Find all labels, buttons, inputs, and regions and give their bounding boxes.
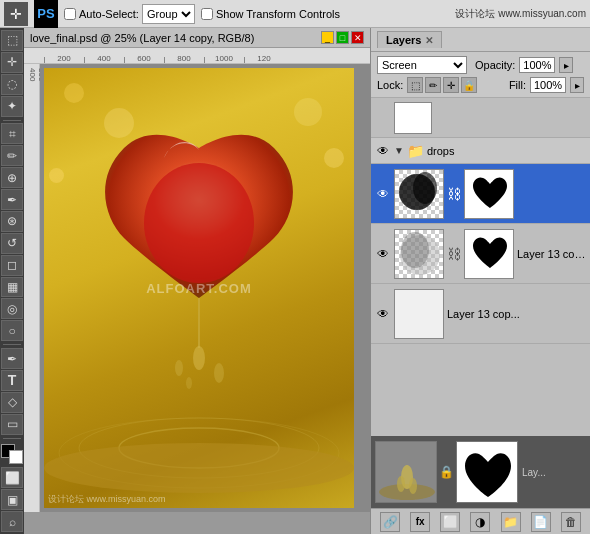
adjustment-button[interactable]: ◑ bbox=[470, 512, 490, 532]
brush-tool[interactable]: ✒ bbox=[1, 189, 23, 210]
tool-separator-3 bbox=[3, 438, 21, 439]
filmstrip-thumb-1[interactable] bbox=[375, 441, 437, 503]
screen-mode-tool[interactable]: ▣ bbox=[1, 489, 23, 510]
svg-point-20 bbox=[397, 476, 405, 492]
layer-name-13b: Layer 13 cop... bbox=[447, 308, 586, 320]
auto-select-checkbox[interactable] bbox=[64, 8, 76, 20]
svg-point-0 bbox=[144, 163, 254, 283]
filmstrip-thumb-2[interactable] bbox=[456, 441, 518, 503]
show-transform-label: Show Transform Controls bbox=[216, 8, 340, 20]
fill-arrow[interactable]: ▸ bbox=[570, 77, 584, 93]
watermark-text: ALFOART.COM bbox=[146, 281, 252, 296]
pen-tool[interactable]: ✒ bbox=[1, 348, 23, 369]
blend-mode-select[interactable]: Screen Normal Multiply bbox=[377, 56, 467, 74]
svg-point-12 bbox=[413, 172, 437, 204]
eye-icon-drops[interactable]: 👁 bbox=[375, 143, 391, 159]
eye-icon-layer13[interactable]: 👁 bbox=[375, 246, 391, 262]
opacity-arrow[interactable]: ▸ bbox=[559, 57, 573, 73]
layers-panel: Layers ✕ Screen Normal Multiply Opacity:… bbox=[370, 28, 590, 534]
link-layers-button[interactable]: 🔗 bbox=[380, 512, 400, 532]
filmstrip-label: Lay... bbox=[520, 465, 548, 480]
zoom-tool[interactable]: ⌕ bbox=[1, 511, 23, 532]
ruler-mark-200: 200 bbox=[44, 54, 84, 63]
close-button[interactable]: ✕ bbox=[351, 31, 364, 44]
delete-layer-button[interactable]: 🗑 bbox=[561, 512, 581, 532]
layers-bottom-toolbar: 🔗 fx ⬜ ◑ 📁 📄 🗑 bbox=[371, 508, 590, 534]
svg-point-4 bbox=[214, 363, 224, 383]
svg-point-16 bbox=[401, 232, 429, 268]
path-tool[interactable]: ◇ bbox=[1, 392, 23, 413]
auto-select-label: Auto-Select: bbox=[79, 8, 139, 20]
type-tool[interactable]: T bbox=[1, 370, 23, 391]
blur-tool[interactable]: ◎ bbox=[1, 298, 23, 319]
layer-thumb-13 bbox=[394, 229, 444, 279]
canvas-body: 100 200 300 400 bbox=[24, 64, 370, 512]
opacity-input[interactable] bbox=[519, 57, 555, 73]
folder-icon-drops: 📁 bbox=[407, 143, 424, 159]
lock-transparent-icon[interactable]: ⬚ bbox=[407, 77, 423, 93]
layer-group-drops[interactable]: 👁 ▼ 📁 drops bbox=[371, 138, 590, 164]
ps-logo: PS bbox=[34, 0, 58, 28]
eye-icon-layer13b[interactable]: 👁 bbox=[375, 306, 391, 322]
layers-tab-close[interactable]: ✕ bbox=[425, 35, 433, 46]
lock-position-icon[interactable]: ✛ bbox=[443, 77, 459, 93]
layer-14-copy[interactable]: 👁 ⛓ bbox=[371, 164, 590, 224]
layer-chain-14[interactable]: ⛓ bbox=[447, 186, 461, 202]
svg-point-3 bbox=[175, 360, 183, 376]
eyedropper-tool[interactable]: ✏ bbox=[1, 145, 23, 166]
main-layout: ⬚ ✛ ◌ ✦ ⌗ ✏ ⊕ ✒ ⊛ ↺ ◻ ▦ ◎ ○ ✒ T ◇ ▭ ⬜ ▣ … bbox=[0, 28, 590, 534]
layer-name-drops: drops bbox=[427, 145, 586, 157]
ruler-mark-600: 600 bbox=[124, 54, 164, 63]
quick-mask-tool[interactable]: ⬜ bbox=[1, 467, 23, 488]
foreground-background-colors[interactable] bbox=[1, 444, 23, 465]
move-tool-icon[interactable]: ✛ bbox=[4, 2, 28, 26]
canvas-image-area[interactable]: ALFOART.COM 设计论坛 www.missyuan.com bbox=[40, 64, 370, 512]
svg-point-2 bbox=[193, 346, 205, 370]
gradient-tool[interactable]: ▦ bbox=[1, 277, 23, 298]
show-transform-checkbox[interactable] bbox=[201, 8, 213, 20]
new-layer-button[interactable]: 📄 bbox=[531, 512, 551, 532]
selection-tool[interactable]: ⬚ bbox=[1, 30, 23, 51]
layer-chain-13[interactable]: ⛓ bbox=[447, 246, 461, 262]
auto-select-group: Auto-Select: Group Layer bbox=[64, 4, 195, 24]
history-tool[interactable]: ↺ bbox=[1, 233, 23, 254]
tools-panel: ⬚ ✛ ◌ ✦ ⌗ ✏ ⊕ ✒ ⊛ ↺ ◻ ▦ ◎ ○ ✒ T ◇ ▭ ⬜ ▣ … bbox=[0, 28, 24, 534]
canvas-image: ALFOART.COM 设计论坛 www.missyuan.com bbox=[44, 68, 354, 508]
eye-icon-layer14[interactable]: 👁 bbox=[375, 186, 391, 202]
ruler-mark-400: 400 bbox=[84, 54, 124, 63]
group-arrow-drops[interactable]: ▼ bbox=[394, 145, 404, 156]
clone-tool[interactable]: ⊛ bbox=[1, 211, 23, 232]
layers-controls: Screen Normal Multiply Opacity: ▸ Lock: … bbox=[371, 52, 590, 98]
lock-fill-row: Lock: ⬚ ✏ ✛ 🔒 Fill: ▸ bbox=[377, 77, 584, 93]
layer-blank-top[interactable]: 👁 bbox=[371, 98, 590, 138]
fill-input[interactable] bbox=[530, 77, 566, 93]
ruler-mark-1200: 120 bbox=[244, 54, 284, 63]
auto-select-dropdown[interactable]: Group Layer bbox=[142, 4, 195, 24]
mask-button[interactable]: ⬜ bbox=[440, 512, 460, 532]
ruler-mark-800: 800 bbox=[164, 54, 204, 63]
lock-icons: ⬚ ✏ ✛ 🔒 bbox=[407, 77, 477, 93]
layers-tab[interactable]: Layers ✕ bbox=[377, 31, 442, 48]
background-color[interactable] bbox=[9, 450, 23, 464]
eraser-tool[interactable]: ◻ bbox=[1, 255, 23, 276]
lock-image-icon[interactable]: ✏ bbox=[425, 77, 441, 93]
shape-tool[interactable]: ▭ bbox=[1, 414, 23, 435]
dodge-tool[interactable]: ○ bbox=[1, 320, 23, 341]
move-tool[interactable]: ✛ bbox=[1, 52, 23, 73]
website-text: 设计论坛 www.missyuan.com bbox=[455, 7, 586, 21]
healing-tool[interactable]: ⊕ bbox=[1, 167, 23, 188]
group-button[interactable]: 📁 bbox=[501, 512, 521, 532]
lasso-tool[interactable]: ◌ bbox=[1, 74, 23, 95]
fx-button[interactable]: fx bbox=[410, 512, 430, 532]
filmstrip-lock-icon: 🔒 bbox=[439, 465, 454, 479]
opacity-label: Opacity: bbox=[475, 59, 515, 71]
minimize-button[interactable]: _ bbox=[321, 31, 334, 44]
layer-13-copy[interactable]: 👁 ⛓ Layer 13 cop... bbox=[371, 224, 590, 284]
lock-all-icon[interactable]: 🔒 bbox=[461, 77, 477, 93]
maximize-button[interactable]: □ bbox=[336, 31, 349, 44]
layer-mask-14 bbox=[464, 169, 514, 219]
svg-point-21 bbox=[409, 478, 417, 494]
crop-tool[interactable]: ⌗ bbox=[1, 123, 23, 144]
layer-13b[interactable]: 👁 Layer 13 cop... bbox=[371, 284, 590, 344]
wand-tool[interactable]: ✦ bbox=[1, 96, 23, 117]
